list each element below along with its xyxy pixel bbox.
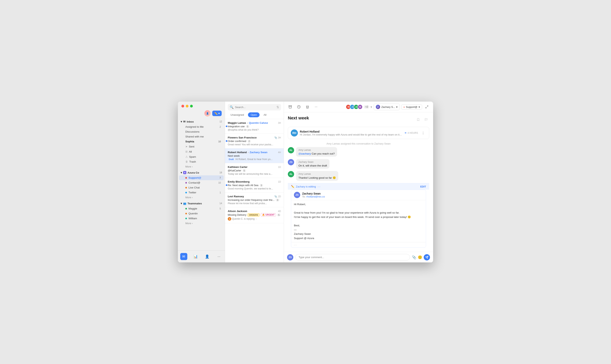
inbox-header[interactable]: ▾ ✉ Inbox 12 [178,119,225,124]
sidebar-item-support[interactable]: Support@ 7 [179,175,224,180]
minimize-button[interactable] [186,105,189,107]
sidebar-item-spam[interactable]: ⚠ Spam [179,154,224,159]
twitter-dot [185,192,187,193]
sidebar-item-shared-with-me[interactable]: Shared with me [179,134,224,139]
sidebar-item-all[interactable]: ⊞ All [179,149,224,154]
conv-subject: Missing Delivery ORDERS 🔥 URGENT 5 [228,213,281,217]
sidebar-item-twitter[interactable]: Twitter 1 [179,190,224,195]
reply-body[interactable]: Hi Robert, Great to hear from you! I'm s… [291,200,426,242]
chat-bubble: Amy Lamas Thanks! Looking good so far 🙂 [296,171,338,181]
close-button[interactable] [181,105,184,107]
email-more-icon[interactable]: ⋮ [420,130,426,136]
maximize-button[interactable] [190,105,193,107]
conversation-item[interactable]: Alison Jackson 4D Missing Delivery ORDER… [225,207,284,223]
reply-footer: ··· [291,242,426,247]
inbox-more[interactable]: More › [179,164,224,169]
delete-icon[interactable] [304,104,311,110]
assignee-button[interactable]: Z Zachary S... ▾ [374,104,400,110]
archive-icon[interactable] [287,104,293,110]
filter-all[interactable]: All [261,112,269,117]
conv-preview: Great news! You will receive your packa.… [228,143,281,146]
sidebar-item-sent[interactable]: ➤ Sent [179,144,224,149]
flag-icon[interactable] [423,117,429,123]
attachment-button[interactable]: 📎 [412,255,416,260]
azura-co-header[interactable]: ▾ A Azura Co 18 [178,170,225,175]
expand-icon[interactable] [424,104,430,110]
comment-actions: 📎 🙂 [412,254,430,260]
chat-message-row: AL Amy Lamas @zachary Can you reach out? [288,147,429,157]
bookmark-icon[interactable] [415,117,421,123]
sender-name: Amy Lamas [299,149,335,151]
sidebar-item-assigned-to-me[interactable]: Assigned to Me 2 [179,124,224,129]
conv-subject: Order confirmed 2 [228,140,281,143]
snooze-icon[interactable] [296,104,302,110]
conversation-title: Next week [288,116,309,121]
team-status-dot: ● [404,106,405,108]
team-dropdown-icon: ▾ [419,105,420,108]
replying-indicator: Q Quentin C. is replying ··· [228,217,281,221]
teammates-header[interactable]: ▾ 👥 Teammates 14 [178,201,225,206]
sidebar-item-livechat[interactable]: Live Chat [179,185,224,190]
team-members-area: R Z A M +2 ▾ [346,104,372,109]
teammates-more[interactable]: More › [179,221,224,226]
maggie-count: 5 [219,207,221,210]
reply-author-avatar: ZS [294,192,300,198]
sent-label: Sent [189,145,194,148]
conv-subject: Increasing our order frequency over the.… [228,198,281,201]
unread-indicator [226,140,227,142]
filter-unassigned[interactable]: Unassigned [228,112,247,117]
reply-ellipsis: ··· [294,244,297,246]
comment-input[interactable] [295,254,410,260]
user-avatar[interactable]: 👤 [204,110,211,117]
conversation-item[interactable]: Kathleen Carter 1D @KatCarter 5 Today we… [225,163,284,178]
chevron-icon: ▾ [181,202,182,205]
all-icon: ⊞ [185,150,188,153]
conv-time: 4H [278,151,281,154]
search-bar[interactable]: 🔍 ⇅ [228,104,281,110]
conversation-item[interactable]: Levi Ramsey 📎 2D Increasing our order fr… [225,193,284,207]
edit-button[interactable]: EDIT [420,185,426,188]
conversation-item[interactable]: Emily Bloomberg 1D Re: Next steps with A… [225,178,284,193]
more-nav-icon[interactable]: ··· [215,253,222,260]
sidebar-item-william[interactable]: William [179,216,224,221]
team-button[interactable]: ● Support@ ▾ [401,104,422,110]
team-dropdown-icon[interactable]: ▾ [370,105,372,109]
svg-rect-0 [289,105,292,106]
conversation-item-selected[interactable]: Robert Holland › Zachary Swan 4H Next we… [225,148,284,163]
support-count: 7 [219,177,221,179]
send-button[interactable] [424,254,430,260]
toolbar-right: R Z A M +2 ▾ Z Zachary S... ▾ ● Support@ [346,104,430,110]
reply-compose-area: ZS Zachary Swan To: rholland@rex.co Hi R… [291,190,426,248]
sort-icon[interactable]: ⇅ [276,105,279,109]
team-avatars: R Z A M [346,104,363,109]
sidebar-item-sophia[interactable]: Sophia 10 [179,139,224,144]
contacts-nav-icon[interactable]: 👤 [204,253,211,260]
inbox-section: ▾ ✉ Inbox 12 Assigned to Me 2 Discussion… [178,119,225,169]
sidebar-item-discussions[interactable]: Discussions [179,129,224,134]
compose-button[interactable]: ✏️ ▾ [212,111,222,116]
mail-nav-icon[interactable]: ✉ [180,253,187,260]
conv-from: Maggie Lamas › Quentin Calvez [228,121,268,124]
inbox-label: Inbox [187,120,194,123]
filter-open[interactable]: Open [248,112,260,117]
conv-from: Emily Bloomberg [228,180,250,183]
assignee-name: Zachary S... [381,105,395,108]
email-time: 👁 4 HOURS [405,132,418,134]
emoji-button[interactable]: 🙂 [418,255,422,260]
search-input[interactable] [235,106,275,109]
livechat-dot [185,187,187,188]
conv-from: Flowers San Francisco [228,136,257,139]
conversation-item[interactable]: Flowers San Francisco 📎 3H Order confirm… [225,134,284,148]
chat-message-row: ZS Zachary Swan On it, will share the dr… [288,159,429,169]
conversations-header: 🔍 ⇅ Unassigned Open All [225,102,284,119]
azura-more[interactable]: More › [179,195,224,200]
sidebar-item-trash[interactable]: 🗑 Trash [179,159,224,164]
assignee-avatar: Z [376,105,380,109]
sidebar-item-quentin[interactable]: Quentin [179,211,224,216]
chart-nav-icon[interactable]: 📊 [192,253,199,260]
sidebar-item-maggie[interactable]: Maggie 5 [179,206,224,211]
more-options-icon[interactable]: ··· [313,104,319,110]
compose-icon: ✏️ [214,112,217,115]
conversation-item[interactable]: Maggie Lamas › Quentin Calvez 3H Integra… [225,119,284,134]
sidebar-item-contact[interactable]: Contact@ 10 [179,180,224,185]
